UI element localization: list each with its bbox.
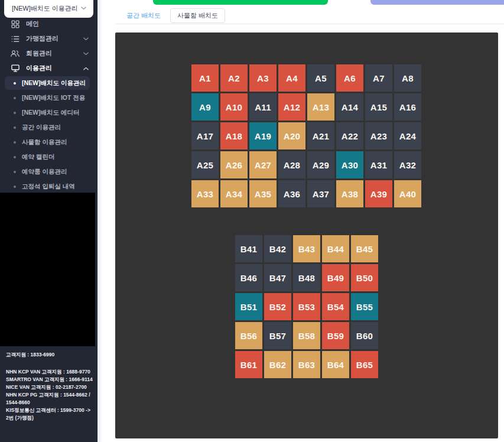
seat-a12[interactable]: A12 [278, 93, 305, 121]
seat-b41[interactable]: B41 [235, 235, 262, 262]
seat-a20[interactable]: A20 [278, 122, 305, 150]
seat-b57[interactable]: B57 [264, 322, 291, 349]
sidebar-subitem-2[interactable]: [NEW]배치도 IOT 전용 [0, 90, 97, 105]
seat-a29[interactable]: A29 [307, 151, 334, 178]
seat-a14[interactable]: A14 [336, 93, 363, 121]
seat-b65[interactable]: B65 [351, 351, 378, 378]
seat-b44[interactable]: B44 [322, 235, 349, 262]
members-icon [11, 49, 19, 58]
seat-b55[interactable]: B55 [351, 293, 378, 320]
bullet-icon [14, 141, 16, 144]
support-line: NHN KCP PG 고객지원 : 1544-8662 / 1544-8660 [6, 391, 93, 407]
seat-a7[interactable]: A7 [365, 64, 392, 92]
seat-a39[interactable]: A39 [365, 180, 392, 207]
sidebar-subitem-label: [NEW]배치도 IOT 전용 [22, 94, 85, 102]
seat-b46[interactable]: B46 [235, 264, 262, 291]
seat-a24[interactable]: A24 [394, 122, 421, 150]
sidebar-subitem-8[interactable]: 고정석 입퇴실 내역 [0, 179, 97, 194]
sidebar-subitem-3[interactable]: [NEW]배치도 에디터 [0, 105, 97, 120]
sidebar-subitem-label: [NEW]배치도 이용관리 [22, 79, 86, 87]
seat-a9[interactable]: A9 [191, 93, 219, 121]
seat-b59[interactable]: B59 [322, 322, 349, 349]
support-info: 고객지원 : 1833-6990 NHN KCP VAN 고객지원 : 1688… [6, 351, 93, 422]
seat-a40[interactable]: A40 [394, 180, 421, 207]
seat-b50[interactable]: B50 [351, 264, 378, 291]
seat-a33[interactable]: A33 [191, 180, 219, 207]
seat-a4[interactable]: A4 [278, 64, 305, 92]
seat-b54[interactable]: B54 [322, 293, 349, 320]
seat-b51[interactable]: B51 [235, 293, 262, 320]
seat-a35[interactable]: A35 [249, 180, 277, 207]
seat-b61[interactable]: B61 [235, 351, 262, 378]
sidebar-subitem-7[interactable]: 예약룸 이용관리 [0, 164, 97, 179]
seat-a19[interactable]: A19 [249, 122, 277, 150]
seat-a32[interactable]: A32 [394, 151, 421, 178]
seat-a17[interactable]: A17 [191, 122, 219, 150]
chevron-down-icon [81, 6, 86, 10]
seat-a26[interactable]: A26 [220, 151, 248, 178]
seat-a1[interactable]: A1 [191, 64, 219, 92]
seat-a13[interactable]: A13 [307, 93, 334, 121]
tab-space-layout[interactable]: 공간 배치도 [120, 8, 167, 24]
seat-a34[interactable]: A34 [220, 180, 248, 207]
sidebar-item-3[interactable]: 회원관리 [0, 46, 97, 61]
seat-b47[interactable]: B47 [264, 264, 291, 291]
seat-a21[interactable]: A21 [307, 122, 334, 150]
list-icon [11, 34, 19, 43]
bullet-icon [14, 156, 16, 158]
seat-b60[interactable]: B60 [351, 322, 378, 349]
bullet-icon [14, 97, 16, 99]
sidebar-subitem-4[interactable]: 공간 이용관리 [0, 120, 97, 135]
seat-b48[interactable]: B48 [293, 264, 320, 291]
seat-b58[interactable]: B58 [293, 322, 320, 349]
seat-a28[interactable]: A28 [278, 151, 305, 178]
seat-a25[interactable]: A25 [191, 151, 219, 178]
seat-a37[interactable]: A37 [307, 180, 334, 207]
sidebar-item-2[interactable]: 가맹점관리 [0, 31, 97, 46]
bullet-icon [14, 186, 16, 188]
bullet-icon [14, 171, 16, 173]
seat-a3[interactable]: A3 [249, 64, 277, 92]
purple-action-button[interactable] [370, 0, 504, 5]
green-action-button[interactable] [153, 0, 328, 5]
tab-locker-layout[interactable]: 사물함 배치도 [170, 8, 225, 23]
sidebar-submenu: [NEW]배치도 이용관리[NEW]배치도 IOT 전용[NEW]배치도 에디터… [0, 76, 97, 194]
sidebar-subitem-5[interactable]: 사물함 이용관리 [0, 135, 97, 150]
support-lines: NHN KCP VAN 고객지원 : 1688-9770SMARTRO VAN … [6, 368, 93, 422]
sidebar-menu: 메인가맹점관리회원관리이용관리 [0, 17, 97, 76]
seat-b63[interactable]: B63 [293, 351, 320, 378]
sidebar-item-1[interactable]: 메인 [0, 17, 97, 31]
seat-a8[interactable]: A8 [394, 64, 421, 92]
seat-a11[interactable]: A11 [249, 93, 277, 121]
seat-a23[interactable]: A23 [365, 122, 392, 150]
support-line: NICE VAN 고객지원 : 02-2187-2700 [6, 384, 93, 391]
seat-a38[interactable]: A38 [336, 180, 363, 207]
sidebar-item-label: 회원관리 [26, 49, 52, 58]
sidebar-subitem-6[interactable]: 예약 캘린더 [0, 150, 97, 164]
layout-selector-dropdown[interactable]: [NEW]배치도 이용관리 [4, 0, 93, 18]
seat-a18[interactable]: A18 [220, 122, 248, 150]
seat-b49[interactable]: B49 [322, 264, 349, 291]
seat-b43[interactable]: B43 [293, 235, 320, 262]
seat-b56[interactable]: B56 [235, 322, 262, 349]
seat-a36[interactable]: A36 [278, 180, 305, 207]
seat-b42[interactable]: B42 [264, 235, 291, 262]
seat-a31[interactable]: A31 [365, 151, 392, 178]
seat-b45[interactable]: B45 [351, 235, 378, 262]
seat-a2[interactable]: A2 [220, 64, 248, 92]
seat-a27[interactable]: A27 [249, 151, 277, 178]
seat-a30[interactable]: A30 [336, 151, 363, 178]
sidebar-subitem-1[interactable]: [NEW]배치도 이용관리 [0, 76, 97, 90]
seat-b53[interactable]: B53 [293, 293, 320, 320]
seat-b62[interactable]: B62 [264, 351, 291, 378]
seat-a16[interactable]: A16 [394, 93, 421, 121]
seat-a5[interactable]: A5 [307, 64, 334, 92]
seat-a6[interactable]: A6 [336, 64, 363, 92]
seat-a15[interactable]: A15 [365, 93, 392, 121]
seat-b52[interactable]: B52 [264, 293, 291, 320]
seat-a10[interactable]: A10 [220, 93, 248, 121]
seat-b64[interactable]: B64 [322, 351, 349, 378]
layout-tabs: 공간 배치도사물함 배치도 [115, 8, 504, 24]
sidebar-item-4[interactable]: 이용관리 [0, 61, 97, 76]
seat-a22[interactable]: A22 [336, 122, 363, 150]
